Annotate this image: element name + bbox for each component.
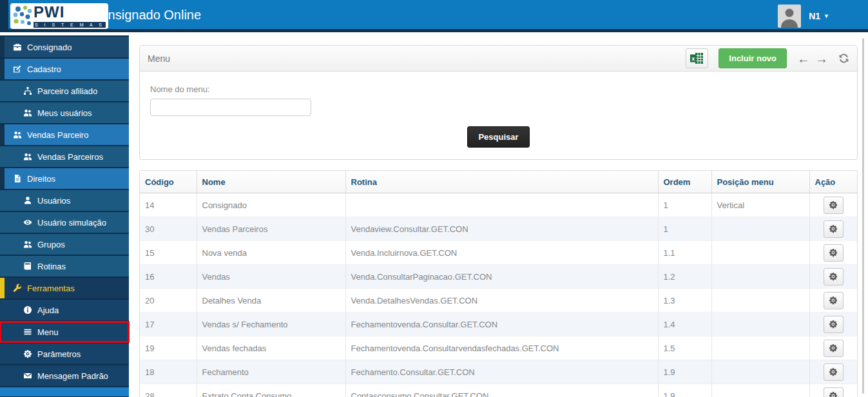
row-actions-button[interactable] <box>824 220 844 238</box>
sidebar-item-parceiro-afiliado[interactable]: Parceiro afiliado <box>0 81 129 101</box>
cell-rotina <box>345 193 658 217</box>
sidebar-item-ferramentas[interactable]: Ferramentas <box>0 278 129 298</box>
main-content: Menu x <box>129 35 868 397</box>
sidebar-item-grupos[interactable]: Grupos <box>0 234 129 255</box>
sidebar-item-partial[interactable] <box>0 387 129 396</box>
refresh-icon <box>838 53 849 64</box>
sidebar-item-usuario-simulacao[interactable]: Usuário simulação <box>0 212 129 233</box>
sidebar-item-label: Parceiro afiliado <box>37 86 97 96</box>
menu-name-input[interactable] <box>150 99 311 116</box>
sidebar-item-menu[interactable]: Menu <box>0 322 129 342</box>
cell-ordem: 1.4 <box>658 313 711 336</box>
gear-icon <box>829 296 838 305</box>
file-icon <box>12 174 22 184</box>
sidebar-item-label: Usuários <box>37 196 70 206</box>
cell-ordem: 1.1 <box>658 241 711 265</box>
cell-nome: Vendas s/ Fechamento <box>197 313 345 336</box>
cell-rotina: Vendaview.Consultar.GET.CON <box>345 217 658 241</box>
sidebar-item-label: Usuário simulação <box>37 218 106 228</box>
cell-codigo: 15 <box>140 241 197 265</box>
cell-acao <box>809 360 857 384</box>
user-menu[interactable]: N1 ▼ <box>809 11 829 21</box>
refresh-button[interactable] <box>838 53 849 64</box>
cell-rotina: Venda.Incluirnova.GET.CON <box>345 241 658 265</box>
sidebar-item-label: Rotinas <box>37 262 66 271</box>
cell-acao <box>809 313 857 336</box>
sidebar-item-label: Grupos <box>37 240 65 249</box>
sidebar-item-direitos[interactable]: Direitos <box>0 168 129 189</box>
gear-icon <box>829 272 838 281</box>
app-title: Consignado Online <box>92 8 201 23</box>
cell-acao <box>809 265 857 289</box>
logo-subtext: S I S T E M A S <box>34 22 106 28</box>
sidebar-item-label: Meus usuários <box>37 108 92 118</box>
sidebar-item-label: Vendas Parceiro <box>27 130 88 140</box>
cell-acao <box>809 241 857 265</box>
cell-rotina: Venda.DetalhesVendas.GET.CON <box>345 289 658 313</box>
cell-ordem: 1.5 <box>658 336 711 360</box>
caret-down-icon: ▼ <box>824 13 829 19</box>
edit-icon <box>12 64 22 74</box>
cell-posicao <box>711 241 809 265</box>
table-row: 20Detalhes VendaVenda.DetalhesVendas.GET… <box>140 289 857 313</box>
cell-nome: Vendas <box>197 265 345 289</box>
row-actions-button[interactable] <box>824 340 844 357</box>
sidebar-item-rotinas[interactable]: Rotinas <box>0 256 129 276</box>
prev-arrow-button[interactable]: ← <box>797 52 810 65</box>
vertical-scrollbar[interactable] <box>862 38 864 394</box>
cell-nome: Vendas Parceiros <box>197 217 345 241</box>
cell-nome: Vendas fechadas <box>197 336 345 360</box>
cell-rotina: Fechamentovenda.Consultarvendasfechadas.… <box>345 336 658 360</box>
menu-name-label: Nome do menu: <box>150 84 847 94</box>
cell-acao <box>809 289 857 313</box>
sidebar-item-label: Ajuda <box>37 305 59 315</box>
table-row: 16VendasVenda.ConsultarPaginacao.GET.CON… <box>140 265 857 289</box>
gear-icon <box>829 248 838 257</box>
row-actions-button[interactable] <box>824 387 844 397</box>
sidebar-item-vendas-parceiro[interactable]: Vendas Parceiro <box>0 124 129 145</box>
row-actions-button[interactable] <box>824 268 844 286</box>
row-actions-button[interactable] <box>824 197 844 214</box>
next-arrow-button[interactable]: → <box>815 52 828 65</box>
row-actions-button[interactable] <box>824 316 844 333</box>
sidebar-item-consignado[interactable]: Consignado <box>0 37 129 57</box>
users-icon <box>23 240 32 249</box>
sidebar-item-meus-usuarios[interactable]: Meus usuários <box>0 102 129 123</box>
sidebar-item-cadastro[interactable]: Cadastro <box>0 59 129 79</box>
sidebar-item-vendas-parceiros[interactable]: Vendas Parceiros <box>0 146 129 167</box>
cell-nome: Fechamento <box>197 360 345 384</box>
cell-posicao <box>711 289 809 313</box>
pesquisar-button[interactable]: Pesquisar <box>467 126 529 148</box>
row-actions-button[interactable] <box>824 244 844 262</box>
sidebar-item-usuarios[interactable]: Usuários <box>0 190 129 211</box>
sidebar-nav: ConsignadoCadastroParceiro afiliadoMeus … <box>0 35 129 397</box>
gear-icon <box>829 224 838 233</box>
incluir-novo-button[interactable]: Incluir novo <box>719 48 787 68</box>
gear-icon <box>829 320 838 329</box>
column-header-codigo: Código <box>140 171 197 193</box>
cell-rotina: Venda.ConsultarPaginacao.GET.CON <box>345 265 658 289</box>
table-row: 30Vendas ParceirosVendaview.Consultar.GE… <box>140 217 857 241</box>
column-header-ordem: Ordem <box>658 171 711 193</box>
row-actions-button[interactable] <box>824 363 844 381</box>
cell-ordem: 1 <box>658 217 711 241</box>
sidebar-item-label: Mensagem Padrão <box>37 371 108 381</box>
sidebar-item-parametros[interactable]: Parâmetros <box>0 344 129 364</box>
search-panel-header: Menu x <box>140 46 857 72</box>
user-avatar[interactable] <box>778 5 801 28</box>
row-actions-button[interactable] <box>824 292 844 309</box>
excel-icon: x <box>690 52 704 64</box>
sidebar-item-label: Menu <box>37 327 59 337</box>
info-icon <box>23 305 32 315</box>
sidebar-item-ajuda[interactable]: Ajuda <box>0 300 129 320</box>
column-header-nome: Nome <box>197 171 345 193</box>
cell-posicao: Vertical <box>711 193 809 217</box>
cell-codigo: 16 <box>140 265 197 289</box>
cell-posicao <box>711 360 809 384</box>
table-header-row: CódigoNomeRotinaOrdemPosição menuAção <box>140 171 857 193</box>
cell-acao <box>809 193 857 217</box>
sidebar-item-mensagem-padrao[interactable]: Mensagem Padrão <box>0 365 129 386</box>
export-excel-button[interactable]: x <box>686 48 708 68</box>
column-header-posicao-menu: Posição menu <box>711 171 809 193</box>
column-header-rotina: Rotina <box>345 171 658 193</box>
